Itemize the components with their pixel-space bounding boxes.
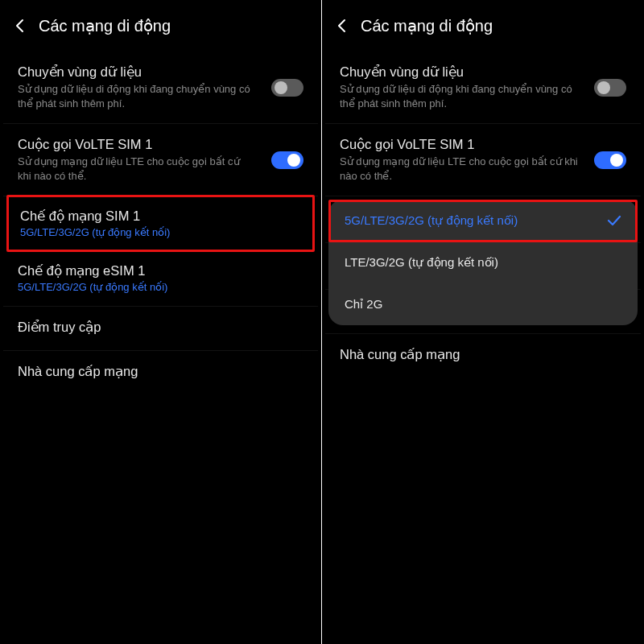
network-mode-sim1-item[interactable]: Chế độ mạng SIM 1 5G/LTE/3G/2G (tự động … (6, 195, 315, 252)
apn-item[interactable]: Điểm truy cập (3, 307, 318, 351)
back-icon[interactable] (336, 19, 346, 33)
dropdown-option-label: LTE/3G/2G (tự động kết nối) (345, 255, 498, 270)
page-title: Các mạng di động (361, 16, 493, 35)
mode-esim1-value: 5G/LTE/3G/2G (tự động kết nối) (18, 281, 303, 293)
back-icon[interactable] (14, 19, 24, 33)
roaming-toggle[interactable] (271, 79, 303, 97)
volte-title: Cuộc gọi VoLTE SIM 1 (340, 137, 626, 152)
carrier-item[interactable]: Nhà cung cấp mạng (325, 334, 641, 378)
carrier-title: Nhà cung cấp mạng (18, 364, 303, 379)
network-mode-dropdown: 5G/LTE/3G/2G (tự động kết nối) LTE/3G/2G… (328, 200, 638, 325)
roaming-desc: Sử dụng dữ liệu di động khi đang chuyển … (18, 82, 303, 110)
roaming-toggle[interactable] (594, 79, 626, 97)
volte-item[interactable]: Cuộc gọi VoLTE SIM 1 Sử dụng mạng dữ liệ… (3, 124, 318, 196)
roaming-desc: Sử dụng dữ liệu di động khi đang chuyển … (340, 82, 626, 110)
roaming-item[interactable]: Chuyển vùng dữ liệu Sử dụng dữ liệu di đ… (325, 52, 641, 124)
dropdown-option-5g[interactable]: 5G/LTE/3G/2G (tự động kết nối) (328, 200, 638, 242)
dropdown-option-label: Chỉ 2G (345, 297, 382, 312)
dropdown-option-lte[interactable]: LTE/3G/2G (tự động kết nối) (328, 242, 638, 283)
right-pane: Các mạng di động Chuyển vùng dữ liệu Sử … (322, 0, 644, 644)
dropdown-option-2g[interactable]: Chỉ 2G (328, 283, 638, 325)
header: Các mạng di động (0, 0, 321, 52)
apn-title: Điểm truy cập (18, 320, 303, 335)
header: Các mạng di động (322, 0, 644, 52)
volte-title: Cuộc gọi VoLTE SIM 1 (18, 137, 303, 152)
volte-desc: Sử dụng mạng dữ liệu LTE cho cuộc gọi bấ… (340, 155, 626, 183)
network-mode-esim1-item[interactable]: Chế độ mạng eSIM 1 5G/LTE/3G/2G (tự động… (3, 250, 318, 307)
page-title: Các mạng di động (39, 16, 171, 35)
left-pane: Các mạng di động Chuyển vùng dữ liệu Sử … (0, 0, 322, 644)
check-icon (607, 215, 621, 226)
roaming-title: Chuyển vùng dữ liệu (340, 64, 626, 80)
carrier-item[interactable]: Nhà cung cấp mạng (3, 351, 318, 394)
roaming-item[interactable]: Chuyển vùng dữ liệu Sử dụng dữ liệu di đ… (3, 52, 318, 124)
carrier-title: Nhà cung cấp mạng (340, 347, 626, 362)
mode-sim1-title: Chế độ mạng SIM 1 (20, 208, 301, 224)
volte-item[interactable]: Cuộc gọi VoLTE SIM 1 Sử dụng mạng dữ liệ… (325, 124, 641, 196)
roaming-title: Chuyển vùng dữ liệu (18, 64, 303, 80)
volte-toggle[interactable] (271, 151, 303, 169)
mode-esim1-title: Chế độ mạng eSIM 1 (18, 263, 303, 279)
volte-desc: Sử dụng mạng dữ liệu LTE cho cuộc gọi bấ… (18, 155, 303, 183)
dropdown-option-label: 5G/LTE/3G/2G (tự động kết nối) (345, 213, 518, 228)
mode-sim1-value: 5G/LTE/3G/2G (tự động kết nối) (20, 226, 301, 238)
volte-toggle[interactable] (594, 151, 626, 169)
